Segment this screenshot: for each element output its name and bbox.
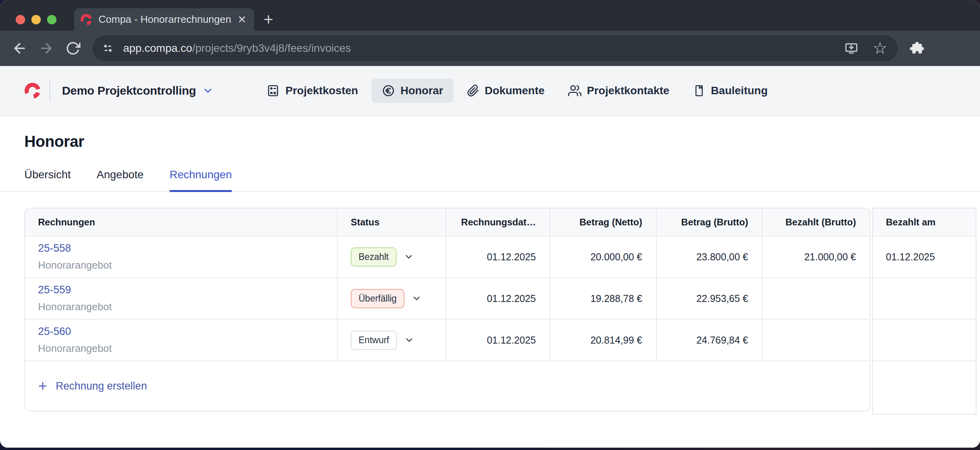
browser-window: Compa - Honorarrechnungen ✕ + app.compa.… <box>0 0 980 448</box>
status-chevron-down-icon[interactable] <box>412 293 422 304</box>
favicon-compa-logo-icon <box>80 14 92 26</box>
chevron-down-icon <box>202 85 214 97</box>
close-window-button[interactable] <box>16 15 25 24</box>
plus-icon <box>37 380 49 392</box>
browser-tab[interactable]: Compa - Honorarrechnungen ✕ <box>74 8 254 31</box>
invoice-number-link[interactable]: 25-559 <box>38 284 112 296</box>
invoice-type-label: Honorarangebot <box>38 342 112 355</box>
tab-angebote[interactable]: Angebote <box>97 168 144 191</box>
paid-date-footer-cell <box>873 360 976 411</box>
net-amount-cell: 19.288,78 € <box>550 278 657 319</box>
create-invoice-label: Rechnung erstellen <box>56 380 147 392</box>
nav-item-bauleitung[interactable]: Bauleitung <box>683 79 778 102</box>
window-controls <box>16 15 56 24</box>
project-name: Demo Projektcontrolling <box>62 84 196 97</box>
invoice-date-cell: 01.12.2025 <box>446 320 550 360</box>
table-row: 25-558 Honorarangebot Bezahlt 01.12.2025… <box>25 236 870 277</box>
nav-item-projektkosten[interactable]: Projektkosten <box>256 79 368 103</box>
create-invoice-button[interactable]: Rechnung erstellen <box>25 360 870 411</box>
invoice-type-label: Honorarangebot <box>38 301 112 313</box>
status-badge[interactable]: Entwurf <box>351 331 397 350</box>
install-app-icon[interactable] <box>843 40 859 56</box>
nav-item-label: Honorar <box>401 84 443 97</box>
minimize-window-button[interactable] <box>31 15 41 24</box>
compa-logo-icon <box>24 82 41 99</box>
url-bar[interactable]: app.compa.co/projects/9ryb3v4j8/fees/inv… <box>93 35 898 61</box>
tab-title: Compa - Honorarrechnungen <box>98 13 233 26</box>
page-title: Honorar <box>24 133 84 150</box>
column-header-bezahlt-brutto: Bezahlt (Brutto) <box>763 209 870 236</box>
status-badge[interactable]: Überfällig <box>351 289 404 308</box>
table-header-row: Rechnungen Status Rechnungsdat… Betrag (… <box>25 209 870 236</box>
site-settings-icon[interactable] <box>101 42 115 55</box>
status-chevron-down-icon[interactable] <box>404 335 414 345</box>
paid-gross-cell <box>763 278 870 319</box>
extensions-puzzle-icon[interactable] <box>908 40 924 57</box>
users-icon <box>568 84 581 97</box>
nav-item-label: Bauleitung <box>711 84 768 97</box>
url-host: app.compa.co <box>123 42 192 54</box>
nav-item-projektkontakte[interactable]: Projektkontakte <box>558 79 679 103</box>
forward-button[interactable] <box>38 40 55 57</box>
status-badge[interactable]: Bezahlt <box>351 247 397 267</box>
paid-gross-cell <box>763 320 870 360</box>
column-header-rechnungsdatum: Rechnungsdat… <box>446 209 550 236</box>
nav-divider <box>49 80 50 101</box>
tab-rechnungen[interactable]: Rechnungen <box>169 168 232 191</box>
bookmark-star-icon[interactable]: ☆ <box>873 40 887 57</box>
browser-toolbar: app.compa.co/projects/9ryb3v4j8/fees/inv… <box>0 31 980 66</box>
invoice-number-link[interactable]: 25-560 <box>38 326 112 338</box>
paperclip-icon <box>467 84 479 97</box>
app-nav-bar: Demo Projektcontrolling Projektkosten <box>0 66 980 116</box>
net-amount-cell: 20.000,00 € <box>550 236 657 277</box>
table-row: 25-559 Honorarangebot Überfällig 01.12.2… <box>25 277 870 319</box>
back-button[interactable] <box>11 40 28 57</box>
url-text: app.compa.co/projects/9ryb3v4j8/fees/inv… <box>123 42 843 55</box>
new-tab-button[interactable]: + <box>264 12 273 27</box>
invoice-date-cell: 01.12.2025 <box>446 236 550 277</box>
invoices-table: Rechnungen Status Rechnungsdat… Betrag (… <box>24 208 871 412</box>
status-chevron-down-icon[interactable] <box>404 252 414 262</box>
paid-date-cell <box>873 277 976 319</box>
euro-icon <box>382 84 395 97</box>
reload-button[interactable] <box>64 40 82 57</box>
paid-date-cell: 01.12.2025 <box>873 236 976 277</box>
net-amount-cell: 20.814,99 € <box>550 320 657 360</box>
column-header-status: Status <box>338 209 446 236</box>
nav-item-label: Projektkosten <box>285 84 358 97</box>
nav-item-label: Dokumente <box>485 84 545 97</box>
bezahlt-am-column: Bezahlt am 01.12.2025 <box>872 208 976 415</box>
gross-amount-cell: 24.769,84 € <box>657 320 763 360</box>
column-header-bezahlt-am: Bezahlt am <box>873 209 976 236</box>
invoice-type-label: Honorarangebot <box>38 259 112 271</box>
gross-amount-cell: 23.800,00 € <box>657 236 763 277</box>
notebook-icon <box>693 84 705 97</box>
paid-gross-cell: 21.000,00 € <box>763 236 870 277</box>
nav-item-dokumente[interactable]: Dokumente <box>457 79 555 102</box>
invoice-date-cell: 01.12.2025 <box>446 278 550 319</box>
close-tab-icon[interactable]: ✕ <box>237 13 246 26</box>
tab-uebersicht[interactable]: Übersicht <box>24 168 71 191</box>
column-header-betrag-netto: Betrag (Netto) <box>550 209 657 236</box>
page-tabs: Übersicht Angebote Rechnungen <box>0 168 980 192</box>
table-row: 25-560 Honorarangebot Entwurf 01.12.2025… <box>25 319 870 360</box>
paid-date-cell <box>873 319 976 360</box>
browser-tab-strip: Compa - Honorarrechnungen ✕ + <box>0 0 980 31</box>
invoice-number-link[interactable]: 25-558 <box>38 242 112 254</box>
project-selector[interactable]: Demo Projektcontrolling <box>62 84 214 97</box>
column-header-rechnungen: Rechnungen <box>25 209 338 236</box>
zoom-window-button[interactable] <box>47 15 56 24</box>
calculator-icon <box>266 84 280 97</box>
url-path: /projects/9ryb3v4j8/fees/invoices <box>192 42 351 54</box>
column-header-betrag-brutto: Betrag (Brutto) <box>657 209 763 236</box>
gross-amount-cell: 22.953,65 € <box>657 278 763 319</box>
nav-item-label: Projektkontakte <box>587 84 669 97</box>
page-content: Honorar Übersicht Angebote Rechnungen Re… <box>0 116 980 448</box>
nav-item-honorar[interactable]: Honorar <box>372 79 454 103</box>
nav-items: Projektkosten Honorar Do <box>256 79 778 103</box>
